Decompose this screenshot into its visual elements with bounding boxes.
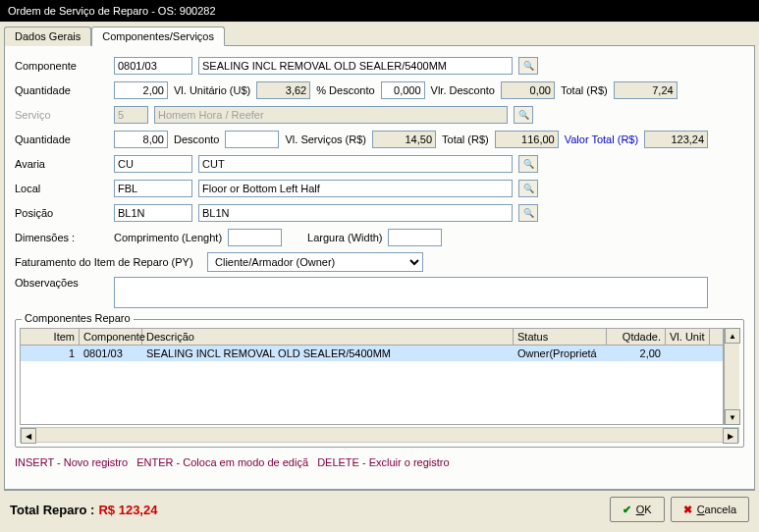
input-posicao-desc[interactable] xyxy=(198,204,513,222)
row-avaria: Avaria 🔍 xyxy=(15,154,744,174)
cancel-button[interactable]: ✖ Cancela xyxy=(671,497,749,522)
input-avaria-desc[interactable] xyxy=(198,155,513,173)
input-quantidade2[interactable] xyxy=(114,131,168,148)
label-avaria: Avaria xyxy=(15,158,108,170)
cancel-label: ancela xyxy=(705,504,736,515)
grid-header: Item Componente Descrição Status Qtdade.… xyxy=(21,329,723,346)
tab-componentes-servicos[interactable]: Componentes/Serviços xyxy=(91,27,225,46)
input-valor-total xyxy=(644,131,708,148)
window-title: Ordem de Serviço de Reparo - OS: 900282 xyxy=(8,5,216,17)
input-vl-servicos xyxy=(372,131,436,148)
ok-label: K xyxy=(644,504,651,515)
row-posicao: Posição 🔍 xyxy=(15,203,744,223)
scroll-left-icon[interactable]: ◀ xyxy=(21,428,36,444)
label-quantidade2: Quantidade xyxy=(15,133,108,145)
combo-faturamento[interactable]: Cliente/Armador (Owner) xyxy=(207,252,423,272)
row-quantidade2: Quantidade Desconto Vl. Serviços (R$) To… xyxy=(15,130,744,149)
hint-insert: INSERT - Novo registro xyxy=(15,456,128,468)
label-vlr-desconto: Vlr. Desconto xyxy=(431,84,495,96)
input-componente-code[interactable] xyxy=(114,57,192,75)
row-servico: Serviço 🔍 xyxy=(15,105,744,125)
scroll-up-icon[interactable]: ▲ xyxy=(725,328,740,344)
scrollbar-vertical[interactable]: ▲ ▼ xyxy=(724,328,739,425)
label-vl-unitario: Vl. Unitário (U$) xyxy=(174,84,250,96)
label-desconto2: Desconto xyxy=(174,133,219,145)
client-area: Dados Gerais Componentes/Serviços Compon… xyxy=(0,22,759,532)
hint-delete: DELETE - Excluir o registro xyxy=(317,456,449,468)
row-quantidade1: Quantidade Vl. Unitário (U$) % Desconto … xyxy=(15,80,744,100)
lookup-componente-icon[interactable]: 🔍 xyxy=(518,57,538,75)
cell-descricao: SEALING INCL REMOVAL OLD SEALER/5400MM xyxy=(142,346,514,361)
input-vl-unitario xyxy=(256,81,310,99)
label-componente: Componente xyxy=(15,60,108,72)
scroll-down-icon[interactable]: ▼ xyxy=(725,409,740,425)
titlebar[interactable]: Ordem de Serviço de Reparo - OS: 900282 xyxy=(0,0,759,22)
hint-enter: ENTER - Coloca em modo de ediçã xyxy=(136,456,308,468)
input-vlr-desconto xyxy=(501,81,555,99)
total-value: R$ 123,24 xyxy=(98,503,157,517)
lookup-local-icon[interactable]: 🔍 xyxy=(518,180,538,197)
col-item[interactable]: Item xyxy=(21,329,80,345)
lookup-avaria-icon[interactable]: 🔍 xyxy=(518,155,538,173)
input-comprimento[interactable] xyxy=(228,229,282,246)
cell-status: Owner(Proprietá xyxy=(514,346,607,361)
group-componentes-reparo: Componentes Reparo Item Componente Descr… xyxy=(15,319,744,448)
cell-componente: 0801/03 xyxy=(80,346,142,361)
lookup-servico-icon: 🔍 xyxy=(514,106,533,124)
row-componente: Componente 🔍 xyxy=(15,56,744,76)
col-vl-unit[interactable]: Vl. Unit xyxy=(666,329,710,345)
tab-dados-gerais[interactable]: Dados Gerais xyxy=(4,27,91,46)
total-label: Total Reparo : xyxy=(10,503,94,517)
input-pct-desconto[interactable] xyxy=(381,81,425,99)
close-icon: ✖ xyxy=(683,504,692,516)
input-local-desc[interactable] xyxy=(198,180,513,197)
window: Ordem de Serviço de Reparo - OS: 900282 … xyxy=(0,0,759,532)
input-local-code[interactable] xyxy=(114,180,192,197)
row-dimensoes: Dimensões : Comprimento (Lenght) Largura… xyxy=(15,228,744,247)
input-desconto2[interactable] xyxy=(225,131,279,148)
cell-item: 1 xyxy=(21,346,80,361)
input-posicao-code[interactable] xyxy=(114,204,192,222)
footer: Total Reparo : R$ 123,24 ✔ OK ✖ Cancela xyxy=(4,490,755,528)
grid[interactable]: Item Componente Descrição Status Qtdade.… xyxy=(20,328,724,425)
ok-button[interactable]: ✔ OK xyxy=(610,497,665,522)
label-comprimento: Comprimento (Lenght) xyxy=(114,232,222,243)
row-local: Local 🔍 xyxy=(15,179,744,198)
input-avaria-code[interactable] xyxy=(114,155,192,173)
label-quantidade1: Quantidade xyxy=(15,84,108,96)
input-largura[interactable] xyxy=(388,229,442,246)
cell-qtdade: 2,00 xyxy=(607,346,666,361)
col-descricao[interactable]: Descrição xyxy=(142,329,514,345)
input-servico-desc xyxy=(154,106,508,124)
col-status[interactable]: Status xyxy=(514,329,607,345)
label-total-rs1: Total (R$) xyxy=(561,84,608,96)
label-local: Local xyxy=(15,183,108,194)
col-componente[interactable]: Componente xyxy=(80,329,142,345)
textarea-observacoes[interactable] xyxy=(114,277,708,308)
col-qtdade[interactable]: Qtdade. xyxy=(607,329,666,345)
scrollbar-horizontal[interactable]: ◀ ▶ xyxy=(20,427,739,443)
lookup-posicao-icon[interactable]: 🔍 xyxy=(518,204,538,222)
label-pct-desconto: % Desconto xyxy=(316,84,374,96)
check-icon: ✔ xyxy=(623,504,631,516)
input-componente-desc[interactable] xyxy=(198,57,513,75)
label-total-rs2: Total (R$) xyxy=(442,133,489,145)
label-vl-servicos: Vl. Serviços (R$) xyxy=(285,133,366,145)
row-faturamento: Faturamento do Item de Reparo (PY) Clien… xyxy=(15,252,744,272)
tab-strip: Dados Gerais Componentes/Serviços xyxy=(4,26,755,46)
input-quantidade1[interactable] xyxy=(114,81,168,99)
label-valor-total: Valor Total (R$) xyxy=(565,133,638,145)
input-servico-code xyxy=(114,106,148,124)
label-observacoes: Observações xyxy=(15,277,108,289)
label-posicao: Posição xyxy=(15,207,108,219)
hint-bar: INSERT - Novo registro ENTER - Coloca em… xyxy=(15,452,744,472)
input-total-rs2 xyxy=(495,131,559,148)
input-total-rs1 xyxy=(614,81,678,99)
scroll-right-icon[interactable]: ▶ xyxy=(723,428,738,444)
label-dimensoes: Dimensões : xyxy=(15,232,108,243)
legend-componentes-reparo: Componentes Reparo xyxy=(22,312,134,324)
row-observacoes: Observações xyxy=(15,277,744,308)
label-largura: Largura (Width) xyxy=(307,232,382,243)
label-servico: Serviço xyxy=(15,109,108,121)
table-row[interactable]: 1 0801/03 SEALING INCL REMOVAL OLD SEALE… xyxy=(21,346,723,361)
